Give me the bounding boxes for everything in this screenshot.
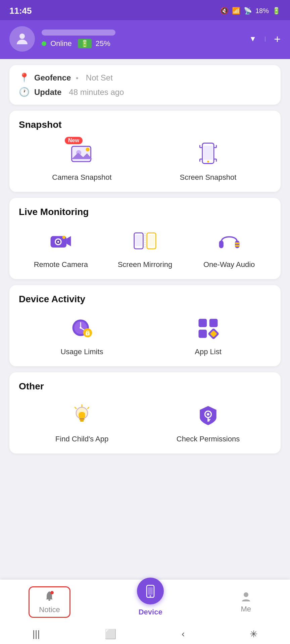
sys-back-button[interactable]: ‹ — [178, 625, 188, 643]
online-dot — [42, 41, 46, 46]
check-permissions-icon — [195, 403, 221, 428]
device-activity-grid: Usage Limits App List — [19, 313, 271, 356]
back-icon: ‹ — [182, 629, 185, 639]
signal-icon: 📡 — [244, 7, 252, 15]
mute-icon: 🔇 — [220, 7, 229, 15]
device-button[interactable] — [137, 578, 164, 604]
svg-rect-6 — [204, 146, 213, 160]
svg-rect-56 — [48, 599, 50, 601]
svg-point-61 — [244, 592, 248, 597]
svg-rect-40 — [209, 319, 218, 327]
camera-snapshot-icon — [69, 141, 95, 167]
sys-menu-button[interactable]: ||| — [29, 625, 43, 643]
remote-camera-item[interactable]: Remote Camera — [19, 226, 103, 269]
header: Online 🔋 25% ▼ | + — [0, 20, 290, 59]
screen-mirroring-item[interactable]: Screen Mirroring — [103, 226, 187, 269]
sys-home-button[interactable]: ⬜ — [101, 625, 120, 643]
svg-point-21 — [62, 236, 66, 239]
screen-mirroring-icon — [132, 228, 158, 254]
check-permissions-icon-wrap — [193, 400, 223, 431]
nav-me[interactable]: Me — [231, 588, 261, 616]
one-way-audio-icon-wrap — [214, 226, 244, 256]
chevron-down-icon[interactable]: ▼ — [249, 35, 256, 43]
svg-point-15 — [207, 161, 209, 163]
online-status: Online — [42, 39, 72, 48]
app-list-item[interactable]: App List — [145, 313, 271, 356]
camera-snapshot-item[interactable]: New Camera Snapshot — [19, 139, 145, 182]
live-monitoring-title: Live Monitoring — [19, 207, 271, 217]
update-value: 48 minutes ago — [69, 88, 124, 97]
svg-rect-29 — [235, 243, 239, 244]
remote-camera-label: Remote Camera — [34, 260, 88, 269]
header-name-bar — [42, 30, 115, 36]
status-time: 11:45 — [9, 6, 32, 16]
other-grid: Find Child's App — [19, 400, 271, 443]
battery-icon-small: 🔋 — [78, 39, 92, 48]
find-childs-app-item[interactable]: Find Child's App — [19, 400, 145, 443]
nav-device[interactable]: Device — [128, 585, 173, 619]
svg-line-47 — [88, 407, 89, 409]
svg-point-57 — [50, 591, 54, 594]
me-icon — [240, 591, 252, 603]
nav-notice[interactable]: Notice — [29, 586, 70, 618]
svg-line-46 — [75, 407, 76, 409]
app-list-icon — [195, 316, 221, 341]
add-button[interactable]: + — [274, 33, 281, 46]
other-section: Other — [9, 372, 281, 453]
find-childs-app-label: Find Child's App — [55, 435, 108, 443]
svg-rect-49 — [80, 420, 84, 422]
snapshot-title: Snapshot — [19, 119, 271, 130]
menu-icon: ||| — [33, 629, 40, 639]
update-icon: 🕐 — [19, 87, 30, 97]
svg-point-4 — [86, 148, 89, 151]
screen-snapshot-icon — [195, 141, 221, 167]
app-list-label: App List — [195, 347, 222, 356]
one-way-audio-icon — [216, 228, 242, 254]
wifi-icon: 📶 — [232, 7, 240, 15]
header-actions[interactable]: ▼ | + — [249, 33, 281, 46]
find-childs-app-icon — [69, 403, 95, 428]
avatar — [9, 26, 35, 52]
main-content: 📍 Geofence ● Not Set 🕐 Update 48 minutes… — [0, 59, 290, 513]
device-label: Device — [139, 608, 162, 616]
other-title: Other — [19, 381, 271, 392]
info-card: 📍 Geofence ● Not Set 🕐 Update 48 minutes… — [9, 65, 281, 105]
geofence-label: Geofence — [34, 73, 71, 83]
geofence-icon: 📍 — [19, 72, 30, 83]
camera-snapshot-icon-wrap: New — [67, 139, 97, 169]
header-info: Online 🔋 25% — [42, 30, 242, 48]
svg-rect-39 — [199, 319, 207, 327]
user-avatar-icon — [14, 31, 30, 47]
new-badge: New — [65, 137, 83, 144]
extra-icon: ✳ — [250, 629, 257, 640]
svg-marker-20 — [66, 236, 71, 246]
battery-percentage: 18% — [255, 7, 269, 15]
remote-camera-icon — [48, 228, 74, 254]
camera-snapshot-label: Camera Snapshot — [52, 173, 111, 182]
svg-rect-41 — [199, 330, 207, 338]
home-icon: ⬜ — [105, 629, 116, 640]
usage-limits-item[interactable]: Usage Limits — [19, 313, 145, 356]
app-list-icon-wrap — [193, 313, 223, 343]
geofence-row: 📍 Geofence ● Not Set — [19, 72, 271, 83]
device-activity-section: Device Activity — [9, 285, 281, 366]
device-phone-icon — [143, 584, 157, 598]
remote-camera-icon-wrap — [46, 226, 76, 256]
screen-mirroring-label: Screen Mirroring — [118, 260, 173, 269]
usage-limits-label: Usage Limits — [60, 347, 103, 356]
sys-extra-button[interactable]: ✳ — [246, 625, 261, 643]
svg-rect-59 — [148, 587, 153, 595]
screen-snapshot-item[interactable]: Screen Snapshot — [145, 139, 271, 182]
svg-point-0 — [19, 34, 25, 39]
notice-label: Notice — [39, 605, 60, 614]
snapshot-section: Snapshot New Camera Snapshot — [9, 111, 281, 192]
header-status: Online 🔋 25% — [42, 39, 242, 48]
geofence-value: Not Set — [86, 73, 113, 83]
svg-rect-25 — [148, 235, 154, 246]
check-permissions-item[interactable]: Check Permissions — [145, 400, 271, 443]
one-way-audio-label: One-Way Audio — [203, 260, 255, 269]
one-way-audio-item[interactable]: One-Way Audio — [187, 226, 271, 269]
device-activity-title: Device Activity — [19, 294, 271, 305]
bottom-nav: Notice Device Me — [0, 580, 290, 624]
svg-point-38 — [87, 333, 88, 334]
